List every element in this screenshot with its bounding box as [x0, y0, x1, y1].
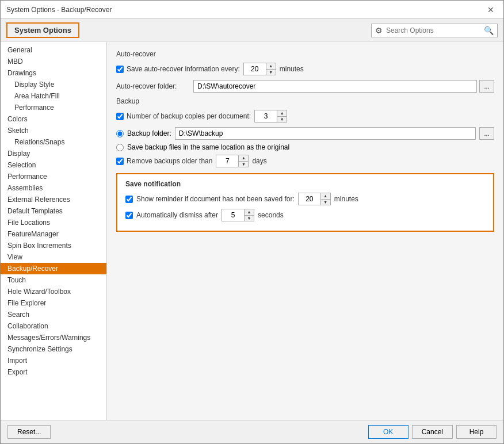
main-content: GeneralMBDDrawingsDisplay StyleArea Hatc… — [1, 42, 503, 420]
sidebar-item-search[interactable]: Search — [1, 309, 106, 320]
dismiss-seconds-up[interactable]: ▲ — [245, 209, 254, 215]
sidebar-item-sketch[interactable]: Sketch — [1, 125, 106, 136]
backup-copies-up[interactable]: ▲ — [277, 110, 287, 116]
backup-remove-label: Remove backups older than — [116, 157, 212, 165]
backup-same-location-radio[interactable] — [116, 144, 124, 151]
backup-copies-row: Number of backup copies per document: ▲ … — [116, 110, 494, 123]
backup-remove-spinbox: ▲ ▼ — [216, 155, 249, 167]
help-button[interactable]: Help — [456, 425, 497, 439]
search-input[interactable] — [386, 26, 484, 35]
sidebar-item-general[interactable]: General — [1, 44, 106, 56]
sidebar-item-synchronize-settings[interactable]: Synchronize Settings — [1, 343, 106, 355]
auto-recover-checkbox[interactable] — [116, 66, 124, 73]
reminder-spinbox: ▲ ▼ — [298, 193, 331, 205]
backup-folder-browse-button[interactable]: ... — [479, 127, 494, 140]
sidebar-item-area-hatch-fill[interactable]: Area Hatch/Fill — [1, 90, 106, 102]
reminder-minutes-up[interactable]: ▲ — [321, 193, 330, 199]
auto-recover-minutes-input[interactable] — [244, 63, 266, 75]
sidebar-item-collaboration[interactable]: Collaboration — [1, 320, 106, 332]
sidebar-item-performance[interactable]: Performance — [1, 102, 106, 113]
sidebar-item-export[interactable]: Export — [1, 366, 106, 378]
auto-recover-label: Auto-recover — [116, 50, 494, 58]
sidebar-item-external-references[interactable]: External References — [1, 194, 106, 205]
backup-folder-radio[interactable] — [116, 130, 124, 137]
dismiss-label: Automatically dismiss after — [136, 211, 218, 219]
sidebar-item-messages-errors-warnings[interactable]: Messages/Errors/Warnings — [1, 332, 106, 343]
ok-button[interactable]: OK — [368, 425, 408, 439]
save-notification-section: Save notification Show reminder if docum… — [116, 173, 494, 232]
sidebar-item-view[interactable]: View — [1, 251, 106, 263]
auto-recover-minutes-down[interactable]: ▼ — [266, 69, 276, 75]
sidebar-item-selection[interactable]: Selection — [1, 159, 106, 171]
gear-icon: ⚙ — [375, 26, 383, 35]
reminder-minutes-input[interactable] — [299, 193, 320, 205]
dialog: System Options - Backup/Recover ✕ System… — [0, 0, 504, 444]
backup-copies-checkbox[interactable] — [116, 113, 124, 120]
dismiss-seconds-label: seconds — [258, 211, 284, 219]
auto-recover-minutes-up[interactable]: ▲ — [266, 63, 276, 69]
auto-recover-folder-label: Auto-recover folder: — [116, 82, 191, 90]
cancel-button[interactable]: Cancel — [412, 425, 453, 439]
backup-label: Backup — [116, 97, 494, 105]
sidebar-item-import[interactable]: Import — [1, 355, 106, 366]
reminder-minutes-down[interactable]: ▼ — [321, 199, 330, 205]
sidebar-item-drawings[interactable]: Drawings — [1, 67, 106, 79]
backup-folder-radio-row: Backup folder: ... — [116, 127, 494, 140]
sidebar-item-featuremanager[interactable]: FeatureManager — [1, 228, 106, 240]
backup-folder-input[interactable] — [175, 127, 476, 140]
sidebar-item-mbd[interactable]: MBD — [1, 56, 106, 67]
sidebar-item-performance[interactable]: Performance — [1, 171, 106, 182]
sidebar-item-relations-snaps[interactable]: Relations/Snaps — [1, 136, 106, 148]
sidebar-item-display-style[interactable]: Display Style — [1, 79, 106, 90]
sidebar-item-file-locations[interactable]: File Locations — [1, 217, 106, 228]
sidebar-item-touch[interactable]: Touch — [1, 274, 106, 286]
sidebar: GeneralMBDDrawingsDisplay StyleArea Hatc… — [1, 42, 107, 420]
backup-remove-row: Remove backups older than ▲ ▼ days — [116, 155, 494, 167]
sidebar-item-display[interactable]: Display — [1, 148, 106, 159]
content-area: Auto-recover Save auto-recover informati… — [107, 42, 503, 420]
header-bar: System Options ⚙ 🔍 — [1, 19, 503, 42]
reminder-minutes-label: minutes — [334, 195, 358, 203]
backup-copies-label: Number of backup copies per document: — [116, 112, 251, 120]
backup-same-location-row: Save backup files in the same location a… — [116, 143, 494, 151]
backup-same-location-label: Save backup files in the same location a… — [127, 143, 289, 151]
reminder-row: Show reminder if document has not been s… — [125, 193, 485, 205]
backup-copies-down[interactable]: ▼ — [277, 116, 287, 122]
sidebar-item-spin-box-increments[interactable]: Spin Box Increments — [1, 240, 106, 251]
sidebar-item-colors[interactable]: Colors — [1, 113, 106, 125]
reminder-checkbox[interactable] — [125, 196, 133, 203]
footer: Reset... OK Cancel Help — [1, 420, 503, 443]
auto-recover-folder-input[interactable] — [193, 80, 477, 93]
backup-copies-input[interactable] — [255, 110, 277, 122]
footer-left: Reset... — [7, 425, 51, 439]
reminder-label: Show reminder if document has not been s… — [136, 195, 295, 203]
search-box: ⚙ 🔍 — [371, 24, 498, 37]
sidebar-item-assemblies[interactable]: Assemblies — [1, 182, 106, 194]
system-options-tab[interactable]: System Options — [6, 22, 79, 38]
auto-recover-folder-row: Auto-recover folder: ... — [116, 80, 494, 93]
backup-remove-input[interactable] — [216, 155, 238, 167]
backup-remove-checkbox[interactable] — [116, 158, 124, 165]
sidebar-item-backup-recover[interactable]: Backup/Recover — [1, 263, 106, 274]
backup-folder-radio-label: Backup folder: — [127, 129, 171, 137]
reset-button[interactable]: Reset... — [7, 425, 51, 439]
footer-right: OK Cancel Help — [368, 425, 497, 439]
title-bar: System Options - Backup/Recover ✕ — [1, 1, 503, 19]
backup-remove-up[interactable]: ▲ — [239, 155, 248, 161]
dialog-title: System Options - Backup/Recover — [6, 6, 112, 14]
dismiss-row: Automatically dismiss after ▲ ▼ seconds — [125, 209, 485, 221]
sidebar-item-file-explorer[interactable]: File Explorer — [1, 297, 106, 309]
dismiss-checkbox[interactable] — [125, 212, 133, 219]
dismiss-seconds-down[interactable]: ▼ — [245, 215, 254, 221]
backup-remove-down[interactable]: ▼ — [239, 161, 248, 167]
auto-recover-spinbox: ▲ ▼ — [243, 63, 276, 75]
auto-recover-row: Save auto-recover information every: ▲ ▼… — [116, 63, 494, 75]
sidebar-item-hole-wizard-toolbox[interactable]: Hole Wizard/Toolbox — [1, 286, 106, 297]
dismiss-seconds-input[interactable] — [222, 209, 244, 221]
close-button[interactable]: ✕ — [484, 4, 498, 16]
sidebar-item-default-templates[interactable]: Default Templates — [1, 205, 106, 217]
dismiss-spinbox: ▲ ▼ — [222, 209, 254, 221]
backup-days-label: days — [252, 157, 266, 165]
save-notification-title: Save notification — [125, 180, 485, 188]
auto-recover-browse-button[interactable]: ... — [479, 80, 494, 93]
